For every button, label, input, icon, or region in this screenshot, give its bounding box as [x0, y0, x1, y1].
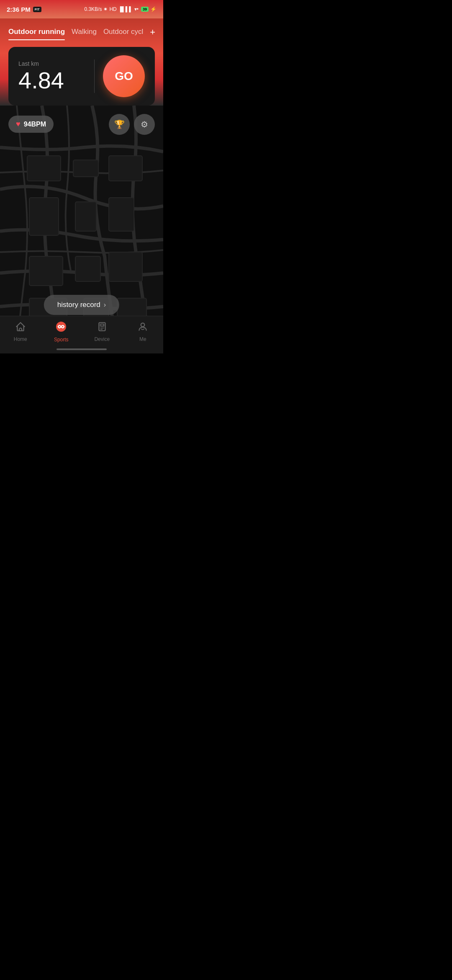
svg-rect-5 — [109, 156, 142, 181]
tab-navigation: Outdoor running Walking Outdoor cycl + — [8, 18, 155, 41]
bottom-navigation: Home Sports Device — [0, 316, 163, 353]
heart-rate-pill[interactable]: ♥ 94BPM — [8, 116, 54, 133]
svg-rect-3 — [29, 198, 59, 235]
stats-value: 4.84 — [18, 69, 86, 92]
sports-label: Sports — [54, 337, 69, 343]
wifi-icon: ▾• — [134, 6, 139, 12]
add-sport-button[interactable]: + — [150, 23, 155, 41]
nav-me[interactable]: Me — [123, 321, 164, 342]
bluetooth-icon: ✷ — [103, 6, 108, 12]
status-icons: 0.3KB/s ✷ HD ▐▌▌▌ ▾• 39 ⚡ — [84, 6, 157, 12]
svg-rect-2 — [73, 160, 98, 177]
chevron-right-icon: › — [104, 301, 106, 309]
svg-rect-8 — [75, 256, 100, 281]
gear-icon: ⚙ — [141, 119, 148, 129]
status-time: 2:36 PM FIT — [7, 6, 41, 13]
stats-divider — [94, 59, 95, 93]
trophy-icon: 🏆 — [114, 119, 125, 129]
nav-device[interactable]: Device — [82, 321, 123, 342]
tab-outdoor-running[interactable]: Outdoor running — [8, 24, 72, 40]
svg-rect-20 — [103, 325, 104, 325]
go-button[interactable]: GO — [103, 55, 145, 97]
nav-sports[interactable]: Sports — [41, 321, 82, 343]
svg-rect-7 — [29, 256, 63, 286]
heart-rate-value: 94BPM — [24, 121, 46, 128]
settings-button[interactable]: ⚙ — [134, 114, 155, 135]
svg-rect-6 — [109, 198, 134, 231]
hd-badge: HD — [109, 6, 116, 12]
nav-home[interactable]: Home — [0, 321, 41, 342]
svg-rect-19 — [103, 324, 104, 325]
trophy-button[interactable]: 🏆 — [109, 114, 130, 135]
tab-walking[interactable]: Walking — [72, 24, 103, 40]
home-label: Home — [14, 336, 27, 342]
action-buttons: 🏆 ⚙ — [109, 114, 155, 135]
svg-rect-4 — [75, 202, 96, 231]
fit-badge: FIT — [33, 7, 41, 12]
history-record-label: history record — [57, 301, 100, 309]
stats-card: Last km 4.84 GO — [8, 47, 155, 106]
device-label: Device — [94, 336, 110, 342]
history-record-button[interactable]: history record › — [44, 295, 119, 315]
svg-point-21 — [141, 323, 145, 327]
home-indicator — [56, 348, 107, 350]
me-icon — [137, 321, 148, 335]
svg-rect-9 — [109, 252, 142, 281]
heart-icon: ♥ — [16, 120, 21, 129]
device-icon — [97, 321, 108, 335]
header-area: Outdoor running Walking Outdoor cycl + L… — [0, 18, 163, 106]
svg-rect-1 — [27, 156, 61, 181]
battery-icon: 39 — [141, 7, 149, 12]
map-section: ♥ 94BPM 🏆 ⚙ history record › — [0, 106, 163, 348]
stats-left: Last km 4.84 — [18, 60, 86, 92]
charging-icon: ⚡ — [150, 6, 157, 12]
home-icon — [15, 321, 26, 335]
network-speed: 0.3KB/s — [84, 6, 102, 12]
stats-label: Last km — [18, 60, 86, 67]
sports-icon — [55, 321, 67, 335]
signal-icon: ▐▌▌▌ — [118, 6, 133, 12]
status-bar: 2:36 PM FIT 0.3KB/s ✷ HD ▐▌▌▌ ▾• 39 ⚡ — [0, 0, 163, 18]
tab-outdoor-cycling[interactable]: Outdoor cycl — [103, 24, 150, 40]
me-label: Me — [139, 336, 146, 342]
svg-rect-18 — [101, 324, 103, 325]
